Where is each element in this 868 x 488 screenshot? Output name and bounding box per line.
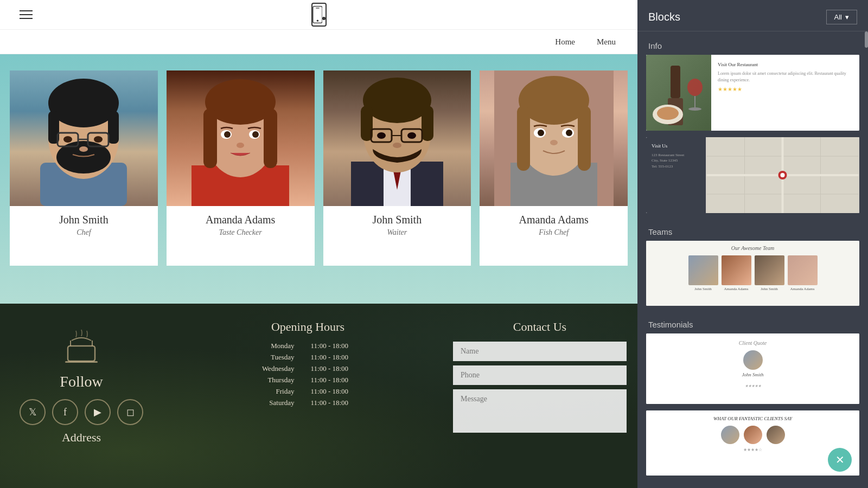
day-wednesday: Wednesday [240, 364, 295, 373]
contact-phone-input[interactable] [453, 365, 627, 385]
team-mini-photo-4 [788, 255, 818, 285]
testimonial-title: Client Quote [739, 340, 767, 346]
svg-rect-46 [517, 106, 530, 171]
svg-rect-56 [65, 361, 98, 363]
team-mini-name-4: Amanda Adams [790, 287, 815, 291]
sidebar-testimonials-card-1[interactable]: Client Quote John Smith ★★★★★ [646, 333, 859, 404]
address-label: Address [62, 431, 101, 445]
svg-point-39 [407, 132, 416, 139]
team-card-inner-1: John Smith Chef [10, 70, 158, 266]
team-mini-photo-2 [722, 255, 751, 285]
chevron-down-icon: ▾ [845, 13, 849, 21]
photo-amanda-fish [480, 70, 628, 206]
day-monday: Monday [240, 342, 295, 350]
time-friday: 11:00 - 18:00 [311, 387, 376, 396]
hours-row-mon: Monday 11:00 - 18:00 [163, 342, 453, 350]
team-mini-2: Amanda Adams [722, 255, 751, 291]
sidebar-testimonials-card-2[interactable]: WHAT OUR FANTASTIC CLIENTS SAY ★★★★☆ [646, 410, 859, 476]
sidebar-header: Blocks All ▾ [637, 0, 868, 31]
contact-message-input[interactable] [453, 389, 627, 433]
svg-point-50 [538, 130, 544, 136]
team-card-inner-4: Amanda Adams Fish Chef [480, 70, 628, 266]
footer-hours-col: Opening Hours Monday 11:00 - 18:00 Tuesd… [163, 314, 453, 477]
svg-point-63 [657, 107, 679, 120]
team-card-amanda-taste: Amanda Adams Taste Checker [162, 54, 319, 304]
hamburger-menu[interactable] [20, 10, 33, 19]
team-mini-1: John Smith [688, 255, 718, 291]
svg-point-13 [63, 136, 72, 143]
svg-point-74 [781, 173, 785, 177]
instagram-icon[interactable]: ◻ [117, 399, 143, 425]
svg-point-52 [550, 140, 558, 145]
svg-point-40 [393, 143, 401, 148]
hours-row-thu: Thursday 11:00 - 18:00 [163, 376, 453, 384]
close-button[interactable]: ✕ [828, 448, 852, 472]
sidebar-section-teams-title: Teams [637, 220, 868, 241]
info-card-1-body: Lorem ipsum dolor sit amet consectetur a… [718, 70, 853, 85]
teams-card-title: Our Awesome Team [650, 245, 855, 251]
hours-row-fri: Friday 11:00 - 18:00 [163, 387, 453, 396]
info-card-1-image [646, 55, 711, 131]
info-card-2-text-area: Visit Us 123 Restaurant StreetCity, Stat… [646, 137, 706, 213]
footer-content: Follow 𝕏 f ▶ ◻ Address Opening Hours Mon… [0, 304, 637, 488]
card-role-3: Waiter [323, 228, 471, 237]
team-cards: John Smith Chef [5, 54, 632, 304]
svg-rect-34 [422, 106, 433, 141]
teams-card-inner: Our Awesome Team John Smith Amanda Adams… [646, 241, 859, 306]
team-card-inner-3: John Smith Waiter [323, 70, 471, 266]
testimonials-card-2-title: WHAT OUR FANTASTIC CLIENTS SAY [652, 416, 854, 421]
hours-row-sat: Saturday 11:00 - 18:00 [163, 399, 453, 407]
mobile-preview-icon[interactable] [311, 3, 327, 27]
team-mini-name-3: John Smith [761, 287, 778, 291]
hours-row-wed: Wednesday 11:00 - 18:00 [163, 364, 453, 373]
nav-menu[interactable]: Menu [597, 37, 616, 47]
svg-point-32 [363, 78, 431, 123]
time-wednesday: 11:00 - 18:00 [311, 364, 376, 373]
info-card-2-map [706, 137, 859, 213]
contact-title: Contact Us [453, 320, 627, 334]
info-card-1-inner: Visit Our Restaurant Lorem ipsum dolor s… [646, 55, 859, 131]
svg-point-26 [237, 143, 244, 148]
sidebar-info-card-1[interactable]: Visit Our Restaurant Lorem ipsum dolor s… [646, 55, 859, 131]
svg-point-38 [377, 132, 386, 139]
photo-john-chef [10, 70, 158, 206]
svg-rect-53 [68, 346, 95, 361]
svg-point-51 [566, 130, 572, 136]
t-avatar-3 [767, 426, 785, 444]
card-role-4: Fish Chef [480, 228, 628, 237]
footer-section: Follow 𝕏 f ▶ ◻ Address Opening Hours Mon… [0, 304, 637, 488]
facebook-icon[interactable]: f [52, 399, 78, 425]
nav-home[interactable]: Home [555, 37, 575, 47]
sidebar-teams-card[interactable]: Our Awesome Team John Smith Amanda Adams… [646, 241, 859, 306]
info-card-2-heading: Visit Us [652, 143, 700, 150]
info-card-2-body: 123 Restaurant StreetCity, State 12345Te… [652, 152, 700, 170]
sidebar-info-card-2[interactable]: Visit Us 123 Restaurant StreetCity, Stat… [646, 137, 859, 213]
info-card-1-text-area: Visit Our Restaurant Lorem ipsum dolor s… [711, 55, 859, 131]
twitter-icon[interactable]: 𝕏 [20, 399, 46, 425]
contact-name-input[interactable] [453, 342, 627, 361]
time-saturday: 11:00 - 18:00 [311, 399, 376, 407]
social-icons: 𝕏 f ▶ ◻ [20, 399, 143, 425]
team-section: John Smith Chef [0, 54, 637, 304]
nav-bar: Home Menu [0, 30, 637, 54]
testimonials-card-2-avatars [652, 426, 854, 444]
testimonials-card-2-stars: ★★★★☆ [652, 447, 854, 452]
team-card-john-chef: John Smith Chef [5, 54, 162, 304]
testimonials-card-2-inner: WHAT OUR FANTASTIC CLIENTS SAY ★★★★☆ [646, 410, 859, 476]
svg-point-61 [688, 107, 701, 111]
card-name-2: Amanda Adams [167, 214, 315, 226]
card-name-1: John Smith [10, 214, 158, 226]
team-card-inner-2: Amanda Adams Taste Checker [167, 70, 315, 266]
photo-john-waiter [323, 70, 471, 206]
all-filter-button[interactable]: All ▾ [826, 10, 857, 24]
youtube-icon[interactable]: ▶ [85, 399, 111, 425]
footer-follow-col: Follow 𝕏 f ▶ ◻ Address [0, 314, 163, 477]
main-content: Home Menu [0, 0, 637, 488]
footer-logo-icon [60, 325, 103, 369]
t-avatar-1 [721, 426, 739, 444]
svg-rect-57 [671, 66, 680, 98]
t-avatar-2 [744, 426, 762, 444]
team-mini-name-2: Amanda Adams [724, 287, 749, 291]
svg-point-1 [316, 20, 318, 21]
sidebar: Blocks All ▾ Info [637, 0, 868, 488]
